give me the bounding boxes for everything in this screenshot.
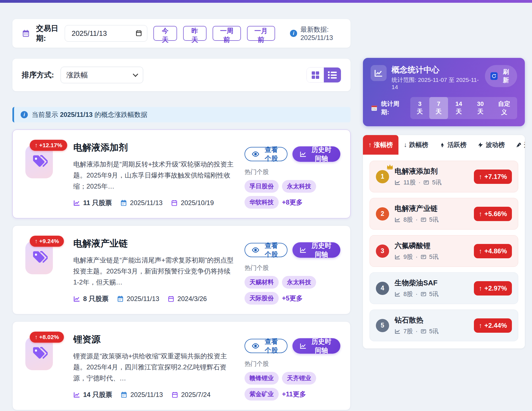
rank-change-badge: ↑+4.86% (474, 244, 512, 258)
rank-item[interactable]: 5 钻石散热 7股· 5讯 ↑+2.44% (370, 310, 518, 341)
chart-line-icon (300, 246, 307, 254)
arrow-up-icon: ↑ (35, 238, 38, 244)
eye-icon (252, 342, 259, 350)
rank-concept-title: 生物柴油SAF (395, 278, 468, 288)
chart-line-icon (395, 291, 401, 297)
quick-date-month-ago-button[interactable]: 一月前 (247, 26, 275, 41)
rank-concept-title: 电解液添加剂 (395, 166, 468, 176)
stock-chip[interactable]: 天齐锂业 (282, 372, 316, 385)
concept-description: 电解液添加剂是“周期反转+技术升级”双轮驱动的投资主题。2025年9月，山东孚日… (73, 159, 235, 192)
stats-title: 概念统计中心 (392, 65, 480, 74)
arrow-up-icon: ↑ (479, 284, 482, 292)
stock-chip[interactable]: 孚日股份 (245, 180, 279, 193)
update-date: 2025/11/13 (130, 391, 163, 399)
arrow-up-icon: ↑ (479, 247, 482, 255)
period-segments: 3天 7天 14天 30天 自定义 (410, 97, 517, 119)
quick-date-yesterday-button[interactable]: 昨天 (183, 26, 207, 41)
calendar-blue-icon (120, 391, 127, 398)
period-3d-button[interactable]: 3天 (410, 97, 429, 119)
period-14d-button[interactable]: 14天 (448, 97, 469, 119)
chart-line-icon (73, 295, 80, 302)
date-picker-icon[interactable] (135, 29, 142, 37)
lightning-tab[interactable]: 波动榜 (472, 135, 510, 155)
change-badge: ↑ +8.02% (30, 332, 64, 343)
rank-number-badge: 5 (376, 319, 389, 332)
ranking-tabs: ↑涨幅榜 ↓跌幅榜 活跃榜 波动榜 连涨榜 (363, 135, 525, 155)
hot-stocks-label: 热门个股 (245, 360, 340, 368)
grid-icon (312, 71, 319, 79)
rank-concept-title: 六氟磷酸锂 (395, 241, 468, 251)
quick-date-week-ago-button[interactable]: 一周前 (213, 26, 241, 41)
concept-title: 电解液产业链 (73, 237, 235, 250)
stock-chip[interactable]: 紫金矿业 (245, 388, 279, 401)
concept-description: 电解液产业链是“产能出清尾声+需求复苏初期”的拐点型投资主题。2025年3月，新… (73, 255, 235, 288)
stock-chip[interactable]: 天际股份 (245, 292, 279, 305)
news-icon (420, 217, 427, 223)
top-accent-bar (0, 0, 532, 3)
calendar-outline-icon (171, 199, 178, 206)
history-timeline-button[interactable]: 历史时间轴 (292, 242, 340, 258)
concept-stats-panel: 概念统计中心 统计范围: 2025-11-07 至 2025-11-14 刷新 … (363, 58, 525, 348)
more-stocks-link[interactable]: +11更多 (282, 390, 306, 399)
chart-line-icon (300, 342, 307, 350)
tab-active[interactable]: 活跃榜 (434, 135, 472, 155)
stats-range: 统计范围: 2025-11-07 至 2025-11-14 (392, 76, 480, 90)
concept-card: ↑ +9.24% 电解液产业链 电解液产业链是“产能出清尾声+需求复苏初期”的拐… (12, 225, 351, 314)
more-stocks-link[interactable]: +8更多 (282, 198, 303, 207)
sort-select[interactable]: 涨跌幅 (61, 67, 143, 83)
rank-news-count: 5讯 (429, 327, 439, 335)
rank-item[interactable]: 1 电解液添加剂 11股· 5讯 ↑+7.17% (370, 161, 518, 192)
period-30d-button[interactable]: 30天 (469, 97, 491, 119)
period-7d-button[interactable]: 7天 (429, 97, 448, 119)
update-date: 2025/11/13 (127, 295, 159, 303)
rank-news-count: 5讯 (429, 290, 439, 298)
concept-title: 电解液添加剂 (73, 141, 235, 154)
view-stocks-button[interactable]: 查看个股 (245, 339, 287, 353)
tab-gainers[interactable]: ↑涨幅榜 (363, 135, 398, 155)
concept-card: ↑ +12.17% 电解液添加剂 电解液添加剂是“周期反转+技术升级”双轮驱动的… (12, 130, 351, 218)
trade-date-toolbar: 交易日期: 今天 昨天 一周前 一月前 i 最新数据: 2025/11/13 (12, 19, 351, 48)
stock-chip[interactable]: 华软科技 (245, 196, 279, 209)
sort-selected-value: 涨跌幅 (66, 70, 88, 80)
grid-view-button[interactable] (307, 68, 324, 82)
stock-chip[interactable]: 赣锋锂业 (245, 372, 279, 385)
latest-data-status: i 最新数据: 2025/11/13 (290, 25, 341, 42)
chart-line-icon (73, 391, 80, 398)
refresh-button[interactable]: 刷新 (485, 65, 517, 87)
rank-item[interactable]: 3 六氟磷酸锂 9股· 5讯 ↑+4.86% (370, 235, 518, 267)
hot-stocks-label: 热门个股 (245, 168, 340, 176)
list-view-button[interactable] (324, 68, 341, 82)
chart-line-icon (395, 328, 401, 334)
history-timeline-button[interactable]: 历史时间轴 (292, 146, 340, 162)
calendar-outline-icon (171, 391, 178, 398)
list-icon (328, 71, 337, 79)
chart-line-icon (395, 254, 401, 260)
stock-chip[interactable]: 永太科技 (282, 180, 316, 193)
chart-line-icon (300, 151, 307, 158)
chevron-down-icon (133, 71, 138, 77)
rank-concept-title: 钻石散热 (395, 315, 468, 325)
period-custom-button[interactable]: 自定义 (491, 97, 517, 119)
arrow-up-icon: ↑ (479, 210, 482, 218)
stock-chip[interactable]: 永太科技 (282, 276, 316, 289)
rank-stock-count: 9股 (403, 253, 413, 261)
view-stocks-button[interactable]: 查看个股 (245, 147, 287, 161)
tab-losers[interactable]: ↓跌幅榜 (398, 135, 434, 155)
view-stocks-button[interactable]: 查看个股 (245, 243, 287, 257)
arrow-up-icon: ↑ (479, 173, 482, 181)
quick-date-today-button[interactable]: 今天 (153, 26, 177, 41)
tab-streak[interactable]: 连涨榜 (510, 135, 525, 155)
info-icon: i (21, 111, 28, 118)
stock-chip[interactable]: 天赐材料 (245, 276, 279, 289)
history-timeline-button[interactable]: 历史时间轴 (292, 338, 340, 354)
sort-label: 排序方式: (22, 70, 54, 80)
news-icon (420, 291, 427, 297)
rank-item[interactable]: 2 电解液产业链 8股· 5讯 ↑+5.66% (370, 198, 518, 230)
calendar-blue-icon (117, 295, 124, 302)
trade-date-input[interactable] (65, 25, 147, 42)
stock-count: 8 只股票 (83, 294, 108, 303)
rank-item[interactable]: 4 生物柴油SAF 8股· 5讯 ↑+2.97% (370, 272, 518, 304)
more-stocks-link[interactable]: +5更多 (282, 294, 303, 303)
rank-news-count: 5讯 (429, 216, 439, 224)
banner-text: 当前显示 2025/11/13 的概念涨跌幅数据 (32, 110, 147, 119)
